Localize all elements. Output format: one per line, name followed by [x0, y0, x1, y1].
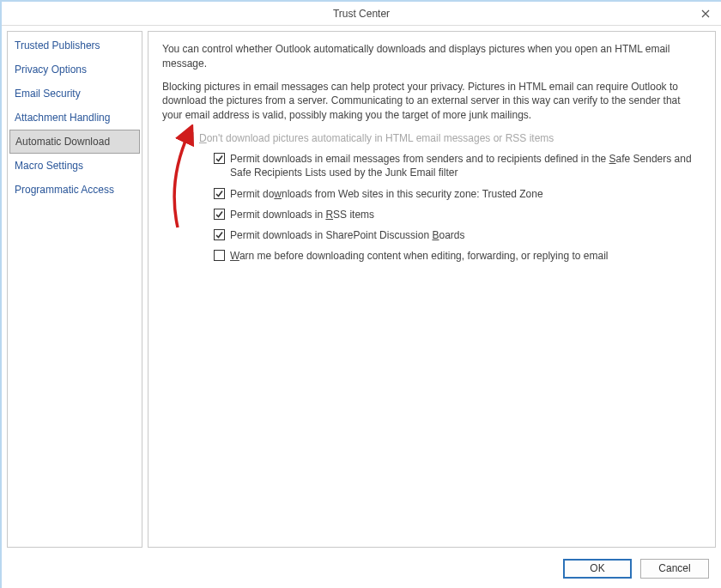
check-icon [215, 189, 224, 198]
checkbox-safe-senders[interactable] [214, 153, 225, 164]
sidebar-item-macro-settings[interactable]: Macro Settings [8, 154, 142, 178]
option-trusted-zone-label: Permit downloads from Web sites in this … [230, 187, 543, 201]
option-sharepoint-label: Permit downloads in SharePoint Discussio… [230, 228, 465, 242]
option-rss[interactable]: Permit downloads in RSS items [214, 208, 701, 221]
cancel-button[interactable]: Cancel [640, 559, 709, 579]
checkbox-warn[interactable] [214, 250, 225, 261]
check-icon [215, 154, 224, 163]
checkbox-trusted-zone[interactable] [214, 188, 225, 199]
ok-button[interactable]: OK [563, 559, 632, 579]
sidebar-item-programmatic-access[interactable]: Programmatic Access [8, 178, 142, 202]
sidebar-item-attachment-handling[interactable]: Attachment Handling [8, 106, 142, 130]
option-sharepoint[interactable]: Permit downloads in SharePoint Discussio… [214, 228, 701, 242]
sidebar: Trusted Publishers Privacy Options Email… [7, 31, 142, 548]
check-icon [215, 209, 224, 219]
option-warn-label: Warn me before downloading content when … [230, 249, 608, 263]
close-icon [701, 9, 710, 18]
option-safe-senders-label: Permit downloads in email messages from … [230, 152, 701, 179]
close-button[interactable] [697, 5, 714, 22]
checkbox-sharepoint[interactable] [214, 229, 225, 240]
description-2: Blocking pictures in email messages can … [162, 80, 701, 123]
option-master-label: Don't download pictures automatically in… [199, 131, 554, 145]
description-1: You can control whether Outlook automati… [162, 42, 701, 71]
checkbox-master [183, 132, 194, 143]
sidebar-item-trusted-publishers[interactable]: Trusted Publishers [8, 33, 142, 58]
option-warn[interactable]: Warn me before downloading content when … [214, 249, 701, 263]
check-icon [215, 230, 224, 239]
main-panel: You can control whether Outlook automati… [148, 31, 716, 548]
option-master: Don't download pictures automatically in… [183, 131, 701, 145]
dialog-footer: OK Cancel [2, 553, 721, 584]
checkbox-rss[interactable] [214, 209, 225, 220]
option-trusted-zone[interactable]: Permit downloads from Web sites in this … [214, 187, 701, 201]
window-title: Trust Center [333, 8, 390, 20]
sidebar-item-automatic-download[interactable]: Automatic Download [9, 130, 140, 154]
sidebar-item-privacy-options[interactable]: Privacy Options [8, 58, 142, 82]
option-safe-senders[interactable]: Permit downloads in email messages from … [214, 152, 701, 179]
title-bar: Trust Center [2, 2, 721, 26]
option-rss-label: Permit downloads in RSS items [230, 208, 374, 221]
check-icon [184, 133, 193, 142]
sidebar-item-email-security[interactable]: Email Security [8, 82, 142, 106]
